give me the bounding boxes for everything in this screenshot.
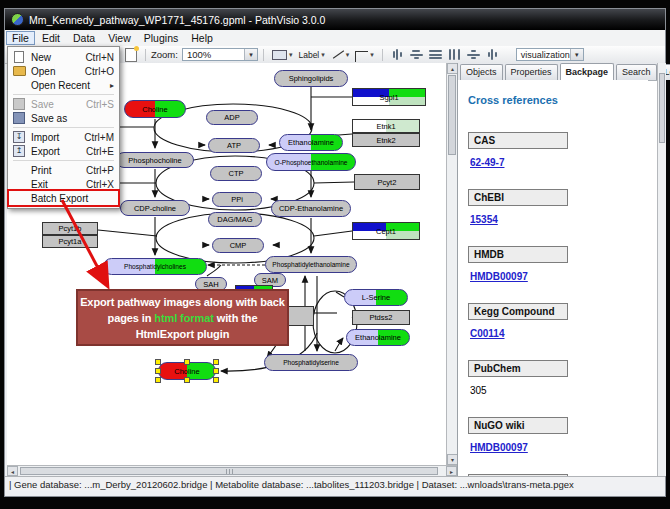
node-cept1[interactable]: Cept1 [352,222,420,240]
chevron-down-icon[interactable]: ▾ [289,51,293,59]
node-ctp[interactable]: CTP [210,166,262,181]
selection-handle[interactable] [155,377,161,383]
callout-highlight: html format [154,312,213,324]
node-phosphatidylserine[interactable]: Phosphatidylserine [264,354,358,371]
callout-line2-pre: pages in [108,312,155,324]
file-menu-batch-export[interactable]: Batch Export [9,191,118,205]
file-menu-import[interactable]: ↧ Import Ctrl+M [9,130,118,144]
file-menu-exit[interactable]: Exit Ctrl+X [9,177,118,191]
node-sgpl1[interactable]: Sgpl1 [352,88,426,106]
backpage-link[interactable]: 15354 [470,214,648,225]
menu-edit[interactable]: Edit [36,31,66,45]
toolbar-separator [145,49,146,61]
selection-handle[interactable] [213,368,219,374]
tab-search[interactable]: Search [616,64,657,80]
side-panel: Objects Properties Backpage Search Legen… [457,63,666,476]
node-cmp[interactable]: CMP [212,238,264,253]
tab-properties[interactable]: Properties [505,64,558,80]
node-ppi[interactable]: PPi [212,192,262,207]
tab-objects[interactable]: Objects [460,64,503,80]
panel-vertical-scrollbar[interactable] [657,63,666,476]
canvas-vertical-scrollbar[interactable]: ▴ ▾ [446,63,457,465]
selection-handle[interactable] [155,368,161,374]
node-cdp-choline[interactable]: CDP-choline [120,200,190,216]
selection-handle[interactable] [213,377,219,383]
file-menu-open[interactable]: Open Ctrl+O [9,64,118,78]
common-height-icon [448,49,461,60]
line-tool-icon [331,49,344,60]
new-file-button[interactable] [123,48,139,62]
common-width-icon [429,49,442,60]
chevron-down-icon[interactable]: ▾ [244,49,257,60]
file-menu-save: Save Ctrl+S [9,97,118,111]
menu-file[interactable]: File [6,31,35,45]
pathvisio-logo-icon [11,13,24,26]
menu-view[interactable]: View [102,31,137,45]
scroll-right-icon[interactable]: ▸ [446,466,457,476]
menu-data[interactable]: Data [67,31,101,45]
zoom-combobox[interactable]: 100% ▾ [182,48,258,61]
scrollbar-thumb[interactable] [20,467,438,475]
screenshot-root: Mm_Kennedy_pathway_WP1771_45176.gpml - P… [0,0,670,509]
node-ethanolamine[interactable]: Ethanolamine [279,134,343,151]
file-menu-new[interactable]: New Ctrl+N [9,50,118,64]
datanode-tool-button[interactable]: ▾ [270,48,295,62]
node-adp[interactable]: ADP [206,110,258,125]
tab-backpage[interactable]: Backpage [560,63,615,80]
backpage-link[interactable]: C00114 [470,328,648,339]
node-ptdss2[interactable]: Ptdss2 [352,310,410,325]
menu-help[interactable]: Help [185,31,219,45]
node-sphingolipids[interactable]: Sphingolipids [274,70,348,87]
file-menu-open-recent[interactable]: Open Recent ▸ [9,78,118,92]
backpage-link[interactable]: HMDB00097 [470,271,648,282]
node-pcyt2[interactable]: Pcyt2 [354,174,420,190]
scrollbar-thumb[interactable] [448,75,456,155]
new-file-icon [125,48,137,62]
selection-handle[interactable] [155,359,161,365]
chevron-down-icon[interactable]: ▾ [346,51,350,59]
node-etnk2[interactable]: Etnk2 [352,133,420,147]
node-pcyt1b[interactable]: Pcyt1b [42,222,98,235]
callout-line1: Export pathway images along with back [80,296,285,308]
common-height-button[interactable] [446,48,463,62]
chevron-down-icon[interactable]: ▾ [321,51,325,59]
line-tool-button[interactable]: ▾ [329,48,352,62]
selection-handle[interactable] [184,377,190,383]
node-pcyt1a[interactable]: Pcyt1a [42,235,98,248]
node-choline[interactable]: Choline [124,100,186,118]
menu-plugins[interactable]: Plugins [138,31,184,45]
node-cdp-ethanolamine[interactable]: CDP-Ethanolamine [271,200,351,217]
node-atp[interactable]: ATP [208,138,260,153]
label-tool-button[interactable]: Label▾ [296,48,326,62]
node-phosphatidylcholines[interactable]: Phosphatidylcholines [103,258,207,275]
chevron-down-icon[interactable]: ▾ [570,49,583,60]
selection-handle[interactable] [184,359,190,365]
scrollbar-thumb[interactable] [659,73,665,143]
file-menu-save-as[interactable]: Save as [9,111,118,125]
align-center-button[interactable] [389,48,406,62]
backpage-link[interactable]: HMDB00097 [470,442,648,453]
distribute-vertical-button[interactable] [484,48,501,62]
file-menu-export[interactable]: ↥ Export Ctrl+E [9,144,118,158]
node-etnk1[interactable]: Etnk1 [352,119,420,133]
selection-handle[interactable] [213,359,219,365]
common-width-button[interactable] [427,48,444,62]
visualization-combobox[interactable]: visualization ▾ [516,48,584,61]
node-dag-mag[interactable]: DAG/MAG [208,212,262,227]
node-phosphatidylethanolamine[interactable]: Phosphatidylethanolamine [265,256,357,273]
backpage-value: 305 [470,385,648,396]
file-menu-print[interactable]: Print Ctrl+P [9,163,118,177]
scroll-left-icon[interactable]: ◂ [7,466,18,476]
canvas-horizontal-scrollbar[interactable]: ◂ ▸ [7,465,457,476]
align-middle-button[interactable] [408,48,425,62]
backpage-link[interactable]: 62-49-7 [470,157,648,168]
chevron-down-icon[interactable]: ▾ [370,51,374,59]
node-o-phosphoethanolamine[interactable]: O-Phosphoethanolamine [266,153,356,171]
distribute-horizontal-button[interactable] [465,48,482,62]
node-ethanolamine-bottom[interactable]: Ethanolamine [346,329,410,346]
save-disk-icon [12,112,26,124]
submenu-arrow-icon: ▸ [110,81,114,90]
node-phosphocholine[interactable]: Phosphocholine [116,152,194,168]
node-l-serine[interactable]: L-Serine [344,289,408,306]
connector-tool-button[interactable]: ▾ [353,48,376,62]
